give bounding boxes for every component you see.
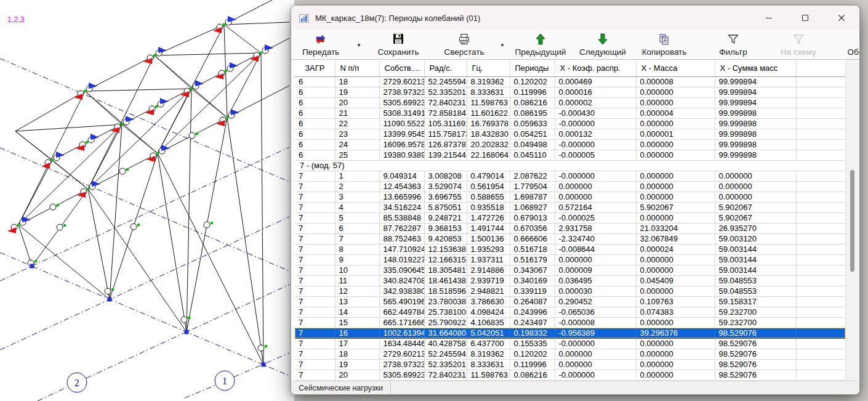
hinge-node [119, 168, 126, 174]
toolbar-button-copy[interactable]: Копировать [627, 32, 701, 59]
table-row[interactable]: 7585.5388489.2487211.4727260.679013-0.00… [295, 213, 845, 223]
table-cell-filler [796, 97, 845, 108]
table-cell: 12.166315 [424, 254, 467, 265]
table-cell: 0.000000 [636, 97, 715, 108]
column-header[interactable]: N п/п [335, 60, 379, 76]
table-row[interactable]: 62211090.5522105.31169116.7693780.059633… [295, 118, 845, 129]
table-cell: 7 [295, 202, 335, 213]
table-row[interactable]: 7788.7524639.4208531.5001360.666606-2.32… [295, 233, 845, 244]
toolbar-button-print[interactable]: Сверстать [427, 32, 501, 59]
table-row[interactable]: 6205305.6992372.84023111.5987630.0862160… [295, 97, 845, 108]
table-cell: 7 [295, 349, 335, 359]
table-row[interactable]: 7212.4543633.5290740.5619541.7795040.000… [295, 181, 845, 192]
table-cell: 3.529074 [424, 181, 467, 192]
table-cell: 59.232700 [715, 307, 796, 317]
column-header[interactable]: Периоды [510, 60, 555, 76]
toolbar: Передать▼СохранитьСверстать▼ПредыдущийСл… [291, 30, 859, 60]
table-cell-filler [796, 370, 845, 380]
print-icon [427, 33, 501, 47]
maximize-button[interactable] [791, 6, 819, 30]
table-row[interactable]: 7687.7622879.3681531.4917440.6703562.931… [295, 223, 845, 233]
dropdown-caret-icon[interactable]: ▼ [356, 43, 361, 48]
vertical-scrollbar[interactable] [845, 60, 860, 381]
axis-bubble-2[interactable]: 2 [67, 373, 87, 392]
table-cell: 18.432830 [467, 129, 510, 139]
table-row[interactable]: 712342.93838018.5185962.9488210.3391190.… [295, 286, 845, 296]
axis-bubble-1[interactable]: 1 [215, 371, 235, 391]
table-cell: 0.000000 [636, 359, 715, 370]
table-cell: 7 [295, 244, 335, 254]
table-row[interactable]: 7313.6659963.6967550.5886551.6987870.000… [295, 192, 845, 202]
column-header[interactable]: Собств.... [379, 60, 424, 76]
table-cell: 0.516718 [510, 244, 555, 254]
table-row[interactable]: 6192738.9732352.3352018.3336310.1199960.… [295, 87, 845, 97]
column-header[interactable]: ЗАГР [295, 60, 335, 76]
status-tab-seismic-loads[interactable]: Сейсмические нагрузки [295, 381, 391, 395]
toolbar-button-refresh[interactable]: Обновить [829, 32, 860, 59]
table-row[interactable]: 78147.71092412.1536381.9352930.516718-0.… [295, 244, 845, 254]
group-row[interactable]: 7 - (мод. 57) [295, 160, 845, 171]
table-cell-filler [796, 338, 845, 349]
table-cell: 7 [295, 286, 335, 296]
table-row[interactable]: 7171634.4844640.4287586.4377000.155335-0… [295, 338, 845, 349]
table-cell: 99.999898 [715, 129, 796, 139]
table-cell: 6 [295, 87, 335, 97]
table-row[interactable]: 7192738.9732352.3352018.3336310.1199960.… [295, 359, 845, 370]
table-cell-filler [796, 265, 845, 275]
table-row[interactable]: 710335.09064518.3054812.9148860.3430670.… [295, 265, 845, 275]
table-cell-filler [796, 108, 845, 118]
table-row[interactable]: 62519380.9389139.21544122.1680640.045110… [295, 150, 845, 160]
table-row[interactable]: 6182729.6021352.2455948.3193620.1202020.… [295, 76, 845, 87]
table-cell: 9.368153 [424, 223, 467, 233]
table-cell: 8.319362 [467, 349, 510, 359]
table-row[interactable]: 7434.5162245.8750510.9355181.0689270.572… [295, 202, 845, 213]
table-cell: 8 [335, 244, 379, 254]
minimize-button[interactable] [755, 6, 783, 30]
toolbar-button-filter[interactable]: Фильтр [696, 32, 770, 59]
table-row[interactable]: 714662.44978425.7381004.0984240.243996-0… [295, 307, 845, 317]
table-row[interactable]: 6215308.3149172.85818411.6016220.086195-… [295, 108, 845, 118]
table-cell: 6 [295, 108, 335, 118]
table-cell: 1.500136 [467, 233, 510, 244]
close-button[interactable] [827, 6, 856, 30]
table-cell: 2729.60213 [379, 349, 424, 359]
table-cell: 0.000024 [636, 244, 715, 254]
table-cell: 52.335201 [424, 359, 467, 370]
table-row[interactable]: 7182729.6021352.2455948.3193620.1202020.… [295, 349, 845, 359]
table-row[interactable]: 713565.49019623.7800383.7866300.2640870.… [295, 296, 845, 307]
table-cell: -0.000025 [555, 213, 636, 223]
column-header[interactable]: X - Сумма масс [715, 60, 796, 76]
table-cell: 98.529076 [715, 359, 796, 370]
column-header[interactable]: X - Масса [636, 60, 715, 76]
table-cell: 99.999898 [715, 139, 796, 150]
toolbar-button-label: Обновить [829, 47, 860, 57]
table-cell: 98.529076 [715, 338, 796, 349]
table-cell: 6 [295, 118, 335, 129]
table-row[interactable]: 62416096.9578126.87378720.2028320.049498… [295, 139, 845, 150]
column-header[interactable]: Гц. [467, 60, 510, 76]
model-view[interactable]: 2 1 [0, 0, 294, 401]
table-cell: 1.698787 [510, 192, 555, 202]
table-cell: 59.232700 [715, 317, 796, 328]
wireframe-model: 2 1 [0, 0, 294, 401]
column-header[interactable]: Рад/с. [424, 60, 467, 76]
table-row[interactable]: 7161002.6139431.6640805.0420510.198332-0… [295, 328, 845, 338]
node-marker [137, 224, 140, 226]
table-cell: 22.168064 [467, 150, 510, 160]
table-cell: 0.000000 [636, 338, 715, 349]
column-header[interactable]: X - Коэф. распр. [555, 60, 636, 76]
title-bar[interactable]: МК_каркас_18м(7): Периоды колебаний (01) [291, 6, 859, 30]
toolbar-button-save[interactable]: Сохранить [361, 32, 435, 59]
toolbar-button-transfer[interactable]: Передать [291, 32, 358, 59]
table-row[interactable]: 715665.17166625.7909224.1068350.243497-0… [295, 317, 845, 328]
table-cell: 0.572164 [555, 202, 636, 213]
table-row[interactable]: 62313399.9545115.75817318.4328300.054251… [295, 129, 845, 139]
table-row[interactable]: 711340.82470818.4614382.9397190.3401690.… [295, 275, 845, 286]
toolbar-button-label: На схему [762, 47, 835, 57]
table-row[interactable]: 719.0493143.0082080.4790142.087622-0.000… [295, 171, 845, 181]
table-cell: 2738.97323 [379, 359, 424, 370]
scrollbar-thumb[interactable] [850, 170, 854, 272]
table-row[interactable]: 7205305.6992372.84023111.5987630.086216-… [295, 370, 845, 380]
table-row[interactable]: 79148.01922712.1663151.9373110.5161790.0… [295, 254, 845, 265]
table-cell: 1634.48446 [379, 338, 424, 349]
